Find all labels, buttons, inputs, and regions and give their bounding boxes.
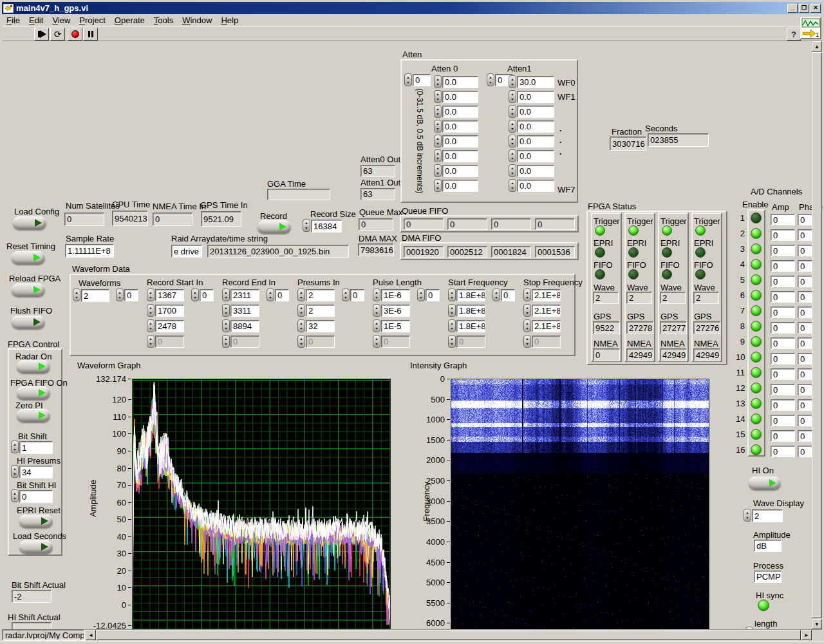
atten1-spinner-4[interactable]: ▲▼ <box>509 135 516 147</box>
ad-enable-led-16[interactable] <box>751 444 762 455</box>
atten1-field-4[interactable]: 0.0 <box>517 135 554 147</box>
atten0-spinner-4[interactable]: ▲▼ <box>434 135 442 147</box>
reset-timing-button[interactable] <box>12 251 45 264</box>
menu-edit[interactable]: Edit <box>24 14 48 26</box>
hi-presums-spinner[interactable]: ▲▼ <box>11 465 19 478</box>
amplitude-field[interactable]: dB <box>754 540 782 552</box>
ad-amp-field-13[interactable]: 0 <box>771 399 795 411</box>
atten1-field-6[interactable]: 0.0 <box>517 165 554 177</box>
abort-button[interactable] <box>68 28 82 41</box>
intensity-graph-plot[interactable] <box>451 379 709 644</box>
wfd-index-spinner-3[interactable]: ▲▼ <box>342 289 350 301</box>
atten0-spinner-1[interactable]: ▲▼ <box>434 90 442 103</box>
ad-amp-field-8[interactable]: 0 <box>771 322 795 334</box>
atten0-spinner-3[interactable]: ▲▼ <box>434 120 442 133</box>
wfd-4-spinner-1[interactable]: ▲▼ <box>448 304 456 317</box>
bit-shift-hi-field[interactable]: 0 <box>19 490 53 503</box>
atten0-index-field[interactable]: 0 <box>413 74 431 86</box>
radar-on-button[interactable] <box>17 360 50 373</box>
atten1-spinner-7[interactable]: ▲▼ <box>509 179 516 192</box>
atten0-spinner-5[interactable]: ▲▼ <box>434 149 442 162</box>
ad-amp-field-15[interactable]: 0 <box>771 430 795 442</box>
wfd-2-field-2[interactable]: 32 <box>306 320 335 332</box>
menu-tools[interactable]: Tools <box>149 14 178 26</box>
wfd-3-field-2[interactable]: 1E-5 <box>381 320 410 332</box>
wfd-2-field-1[interactable]: 2 <box>306 305 335 317</box>
ad-amp-field-10[interactable]: 0 <box>771 353 795 365</box>
wfd-index-field-0[interactable]: 0 <box>124 289 138 301</box>
atten1-field-1[interactable]: 0.0 <box>517 91 554 103</box>
waveform-graph-plot[interactable] <box>132 379 391 644</box>
ad-enable-led-11[interactable] <box>751 367 762 378</box>
scroll-right-button[interactable]: ► <box>801 630 812 640</box>
wfd-0-spinner-2[interactable]: ▲▼ <box>147 319 154 332</box>
wfd-4-field-0[interactable]: 1.8E+8 <box>456 289 485 301</box>
wfd-index-field-2[interactable]: 0 <box>275 289 289 301</box>
menu-operate[interactable]: Operate <box>110 14 149 26</box>
atten1-spinner-5[interactable]: ▲▼ <box>509 149 516 162</box>
ad-amp-field-3[interactable]: 0 <box>771 245 795 256</box>
restore-button[interactable]: ❐ <box>799 4 809 13</box>
wfd-2-spinner-2[interactable]: ▲▼ <box>297 319 305 332</box>
bit-shift-spinner[interactable]: ▲▼ <box>11 440 19 453</box>
flush-fifo-button[interactable] <box>12 316 45 328</box>
ad-enable-led-12[interactable] <box>751 383 762 393</box>
wfd-2-field-0[interactable]: 2 <box>306 289 335 301</box>
ad-enable-led-14[interactable] <box>751 413 762 424</box>
atten0-field-1[interactable]: 0.0 <box>442 91 478 103</box>
ad-enable-led-1[interactable] <box>751 213 762 223</box>
atten0-field-5[interactable]: 0.0 <box>442 150 478 162</box>
record-size-field[interactable]: 16384 <box>311 220 342 232</box>
ad-enable-led-5[interactable] <box>751 274 762 285</box>
waveforms-field[interactable]: 2 <box>81 289 109 302</box>
wfd-index-field-5[interactable]: 0 <box>501 289 515 301</box>
minimize-button[interactable]: _ <box>787 4 798 13</box>
horizontal-scroll-thumb[interactable] <box>97 630 801 640</box>
record-button[interactable] <box>258 220 291 233</box>
atten0-field-7[interactable]: 0.0 <box>442 180 478 192</box>
wfd-0-field-0[interactable]: 1367 <box>155 289 184 301</box>
wfd-3-spinner-1[interactable]: ▲▼ <box>373 304 380 317</box>
menu-window[interactable]: Window <box>178 14 216 26</box>
raid-array-field[interactable]: e drive <box>171 245 202 258</box>
reload-fpga-button[interactable] <box>12 283 45 296</box>
wfd-5-spinner-2[interactable]: ▲▼ <box>523 319 531 332</box>
wfd-1-spinner-0[interactable]: ▲▼ <box>222 289 230 301</box>
atten0-spinner-2[interactable]: ▲▼ <box>434 105 442 118</box>
wfd-3-field-0[interactable]: 1E-6 <box>381 289 410 301</box>
wfd-5-field-1[interactable]: 2.1E+8 <box>532 305 561 317</box>
atten1-field-0[interactable]: 30.0 <box>517 76 554 88</box>
ad-enable-led-13[interactable] <box>751 398 762 409</box>
atten0-field-2[interactable]: 0.0 <box>442 106 478 118</box>
run-button[interactable] <box>34 28 49 41</box>
atten1-field-5[interactable]: 0.0 <box>517 150 554 162</box>
wfd-1-field-1[interactable]: 3311 <box>230 305 259 317</box>
wfd-3-spinner-0[interactable]: ▲▼ <box>373 289 380 301</box>
ad-amp-field-11[interactable]: 0 <box>771 368 795 380</box>
ad-enable-led-6[interactable] <box>751 290 762 301</box>
load-seconds-button[interactable] <box>19 540 53 553</box>
wfd-3-spinner-3[interactable]: ▲▼ <box>373 335 380 348</box>
wfd-5-field-2[interactable]: 2.1E+8 <box>532 320 561 332</box>
ad-enable-led-4[interactable] <box>751 259 762 270</box>
fpga-fifo-on-button[interactable] <box>17 386 50 399</box>
wfd-4-spinner-2[interactable]: ▲▼ <box>448 319 456 332</box>
wfd-0-spinner-0[interactable]: ▲▼ <box>147 289 154 301</box>
wfd-3-field-1[interactable]: 3E-6 <box>381 305 410 317</box>
wfd-2-spinner-3[interactable]: ▲▼ <box>297 335 305 348</box>
wfd-0-field-2[interactable]: 2478 <box>155 320 184 332</box>
atten1-field-2[interactable]: 0.0 <box>517 106 554 118</box>
menu-view[interactable]: View <box>48 14 75 26</box>
process-field[interactable]: PCMP <box>754 571 782 583</box>
atten0-field-3[interactable]: 0.0 <box>442 120 478 133</box>
record-size-spinner[interactable]: ▲▼ <box>303 219 310 232</box>
hi-presums-field[interactable]: 34 <box>19 466 53 478</box>
atten0-spinner-7[interactable]: ▲▼ <box>434 179 442 192</box>
atten0-spinner-6[interactable]: ▲▼ <box>434 164 442 177</box>
vertical-scroll-thumb[interactable] <box>812 52 822 618</box>
help-button[interactable]: ? <box>787 28 801 41</box>
ad-amp-field-5[interactable]: 0 <box>771 276 795 287</box>
wfd-5-field-0[interactable]: 2.1E+8 <box>532 289 561 301</box>
menu-file[interactable]: File <box>2 14 24 26</box>
atten1-spinner-1[interactable]: ▲▼ <box>509 90 516 103</box>
